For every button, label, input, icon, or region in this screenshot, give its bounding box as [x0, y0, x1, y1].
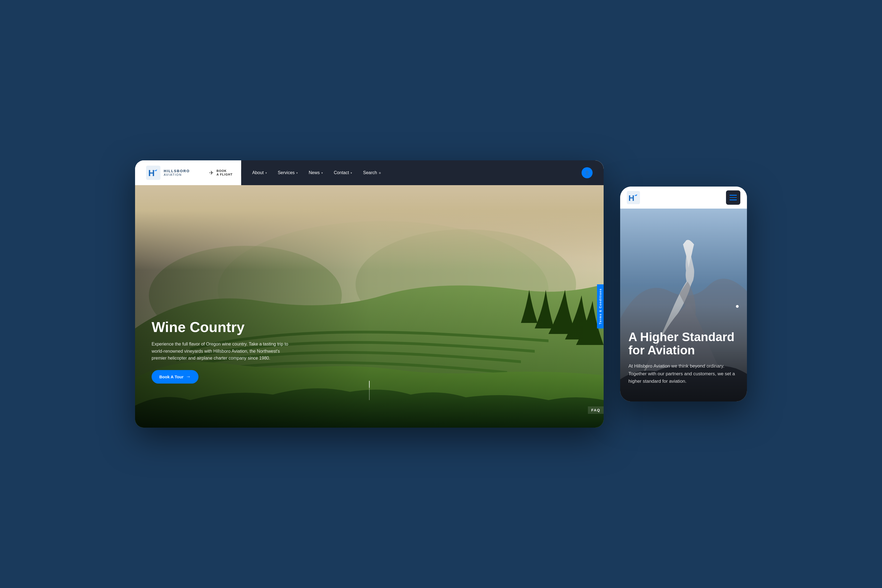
mobile-hero-title: A Higher Standard for Aviation [628, 330, 739, 357]
mobile-navbar: H [620, 186, 747, 208]
hero-title: Wine Country [152, 320, 290, 335]
book-flight-label: BOOKA FLIGHT [217, 169, 232, 176]
news-chevron-icon: ▾ [321, 171, 323, 174]
mobile-mockup: H [620, 186, 747, 402]
hamburger-line-3 [730, 200, 737, 200]
nav-item-contact[interactable]: Contact ▾ [334, 170, 352, 175]
logo-icon: H [146, 166, 160, 180]
arrow-icon: → [186, 374, 191, 380]
nav-item-services[interactable]: Services ▾ [278, 170, 298, 175]
nav-contact-label: Contact [334, 170, 349, 175]
scroll-indicator [369, 381, 370, 400]
nav-search-label: Search [363, 170, 377, 175]
plane-icon: ✈ [209, 170, 214, 176]
faq-tab[interactable]: FAQ [588, 406, 604, 414]
logo-text: HILLSBORO AVIATION [164, 169, 190, 176]
user-avatar[interactable]: 👤 [582, 167, 592, 178]
dark-navbar: About ▾ Services ▾ News ▾ Contact ▾ Sear… [241, 160, 604, 185]
nav-item-about[interactable]: About ▾ [252, 170, 267, 175]
scene: H HILLSBORO AVIATION ✈ BOOKA FLIGHT Abou… [28, 160, 854, 428]
hero-description: Experience the full flavor of Oregon win… [152, 340, 290, 362]
hero-content: Wine Country Experience the full flavor … [152, 320, 290, 384]
book-flight-area[interactable]: ✈ BOOKA FLIGHT [201, 169, 241, 176]
services-chevron-icon: ▾ [296, 171, 298, 174]
hamburger-line-1 [730, 195, 737, 196]
desktop-navbar: H HILLSBORO AVIATION ✈ BOOKA FLIGHT Abou… [135, 160, 604, 185]
book-tour-label: Book A Tour [159, 375, 184, 379]
nav-item-search[interactable]: Search ⊕ [363, 170, 381, 175]
hamburger-line-2 [730, 197, 737, 198]
nav-news-label: News [309, 170, 320, 175]
mobile-hero: A Higher Standard for Aviation At Hillsb… [620, 208, 747, 402]
mobile-hero-content: A Higher Standard for Aviation At Hillsb… [628, 330, 739, 385]
search-chevron-icon: ⊕ [379, 171, 381, 174]
nav-services-label: Services [278, 170, 295, 175]
mobile-menu-button[interactable] [726, 190, 740, 205]
mobile-indicator-dot [736, 305, 739, 308]
terms-side-tab[interactable]: Terms & Conditions [597, 284, 604, 328]
nav-item-news[interactable]: News ▾ [309, 170, 323, 175]
mobile-logo-icon: H [627, 191, 640, 204]
svg-text:H: H [148, 168, 154, 178]
contact-chevron-icon: ▾ [351, 171, 352, 174]
avatar-icon: 👤 [584, 170, 590, 176]
logo-area: H HILLSBORO AVIATION [135, 166, 201, 180]
desktop-mockup: H HILLSBORO AVIATION ✈ BOOKA FLIGHT Abou… [135, 160, 604, 428]
svg-text:H: H [628, 194, 634, 202]
hero-section: Wine Country Experience the full flavor … [135, 185, 604, 428]
nav-about-label: About [252, 170, 264, 175]
book-tour-button[interactable]: Book A Tour → [152, 370, 198, 384]
mobile-hero-description: At Hillsboro Aviation we think beyond or… [628, 362, 739, 385]
about-chevron-icon: ▾ [266, 171, 267, 174]
